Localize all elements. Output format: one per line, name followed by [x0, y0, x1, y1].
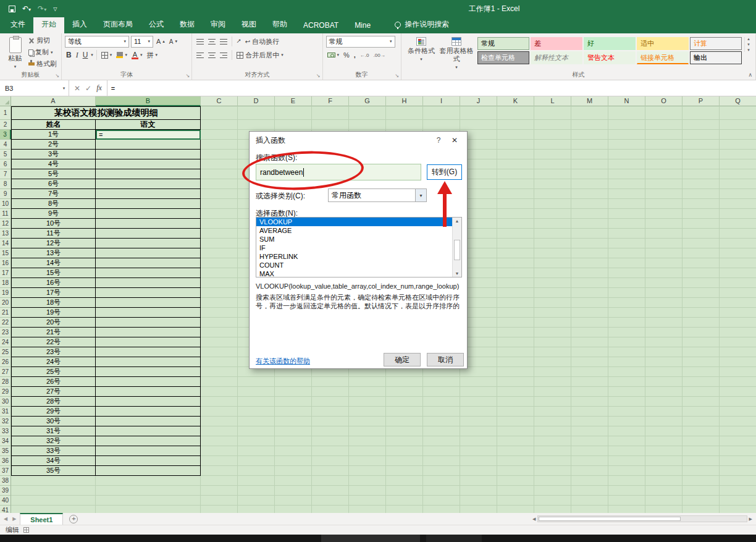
- cell[interactable]: [497, 466, 534, 476]
- cell[interactable]: [608, 347, 645, 357]
- cell[interactable]: [460, 466, 497, 476]
- cell[interactable]: [497, 130, 534, 140]
- cell[interactable]: [608, 130, 645, 140]
- cell[interactable]: [571, 357, 608, 367]
- cell[interactable]: [645, 268, 682, 278]
- cell[interactable]: [720, 239, 756, 248]
- cell[interactable]: [571, 140, 608, 150]
- cell[interactable]: [720, 298, 756, 308]
- cell[interactable]: [720, 248, 756, 258]
- font-dialog-launcher[interactable]: ↘: [186, 73, 190, 78]
- student-name-cell[interactable]: 27号: [11, 387, 96, 397]
- score-cell[interactable]: [96, 377, 201, 387]
- formula-input[interactable]: =: [107, 80, 756, 96]
- score-cell[interactable]: [96, 278, 201, 288]
- cell[interactable]: [238, 377, 275, 387]
- cell[interactable]: [201, 446, 238, 456]
- student-name-cell[interactable]: 18号: [11, 298, 96, 308]
- cell[interactable]: [201, 417, 238, 426]
- cell[interactable]: [571, 239, 608, 248]
- format-painter-button[interactable]: 格式刷: [27, 59, 58, 69]
- score-cell[interactable]: [96, 426, 201, 436]
- cell[interactable]: [720, 377, 756, 387]
- cell[interactable]: [497, 357, 534, 367]
- cell[interactable]: [349, 397, 386, 407]
- cell[interactable]: [682, 106, 720, 120]
- cell[interactable]: [275, 436, 312, 446]
- cell[interactable]: [275, 120, 312, 130]
- cell[interactable]: [497, 189, 534, 199]
- cell[interactable]: [386, 426, 423, 436]
- student-name-cell[interactable]: 19号: [11, 308, 96, 318]
- cell[interactable]: [608, 407, 645, 417]
- cell[interactable]: [201, 367, 238, 377]
- cell[interactable]: [201, 357, 238, 367]
- cell[interactable]: [534, 417, 571, 426]
- cell[interactable]: [349, 456, 386, 466]
- column-header[interactable]: O: [645, 96, 682, 106]
- cell[interactable]: [201, 456, 238, 466]
- cell[interactable]: [682, 377, 720, 387]
- row-header[interactable]: 31: [0, 407, 11, 417]
- category-select[interactable]: 常用函数 ▾: [328, 188, 427, 202]
- cell[interactable]: [497, 486, 534, 496]
- cell[interactable]: [608, 219, 645, 229]
- cell[interactable]: [682, 159, 720, 169]
- cell[interactable]: [497, 140, 534, 150]
- row-header[interactable]: 20: [0, 298, 11, 308]
- hscroll-thumb[interactable]: [539, 517, 680, 521]
- column-header[interactable]: D: [238, 96, 275, 106]
- cell[interactable]: [682, 367, 720, 377]
- cell[interactable]: [534, 328, 571, 337]
- cell[interactable]: [386, 496, 423, 506]
- cell[interactable]: [534, 426, 571, 436]
- cell[interactable]: [534, 466, 571, 476]
- row-header[interactable]: 3: [0, 130, 11, 140]
- cell[interactable]: [645, 140, 682, 150]
- cell[interactable]: [423, 486, 460, 496]
- score-cell[interactable]: [96, 209, 201, 219]
- cell[interactable]: [201, 179, 238, 189]
- cell[interactable]: [645, 397, 682, 407]
- cell[interactable]: [201, 258, 238, 268]
- student-name-cell[interactable]: 21号: [11, 328, 96, 337]
- cell[interactable]: [645, 169, 682, 179]
- row-header[interactable]: 14: [0, 239, 11, 248]
- row-header[interactable]: 25: [0, 347, 11, 357]
- cell[interactable]: [238, 106, 275, 120]
- name-box-dropdown-icon[interactable]: ▾: [59, 80, 69, 96]
- cell[interactable]: [497, 229, 534, 239]
- row-header[interactable]: 39: [0, 486, 11, 496]
- cell[interactable]: [312, 496, 349, 506]
- cell[interactable]: [571, 496, 608, 506]
- cell[interactable]: [534, 140, 571, 150]
- cell[interactable]: [497, 407, 534, 417]
- ribbon-tab[interactable]: 插入: [64, 16, 95, 33]
- cell[interactable]: [201, 278, 238, 288]
- ok-button[interactable]: 确定: [384, 353, 421, 366]
- row-header[interactable]: 8: [0, 179, 11, 189]
- cell[interactable]: [645, 229, 682, 239]
- cell[interactable]: [571, 219, 608, 229]
- accounting-format-button[interactable]: ▾: [326, 50, 341, 61]
- cell[interactable]: [720, 308, 756, 318]
- row-header[interactable]: 38: [0, 476, 11, 486]
- cell[interactable]: [11, 476, 96, 486]
- cell[interactable]: [645, 436, 682, 446]
- cell[interactable]: [275, 387, 312, 397]
- cell[interactable]: [682, 258, 720, 268]
- cell[interactable]: [497, 268, 534, 278]
- score-cell[interactable]: [96, 397, 201, 407]
- cell[interactable]: [201, 486, 238, 496]
- student-name-cell[interactable]: 4号: [11, 159, 96, 169]
- sheet-prev-icon[interactable]: ◀: [4, 516, 7, 522]
- score-cell[interactable]: [96, 199, 201, 209]
- cell[interactable]: [534, 106, 571, 120]
- row-header[interactable]: 22: [0, 318, 11, 328]
- column-header[interactable]: A: [11, 96, 96, 106]
- cell[interactable]: [423, 466, 460, 476]
- cell[interactable]: [238, 446, 275, 456]
- cell[interactable]: [645, 318, 682, 328]
- row-header[interactable]: 13: [0, 229, 11, 239]
- cell[interactable]: [608, 436, 645, 446]
